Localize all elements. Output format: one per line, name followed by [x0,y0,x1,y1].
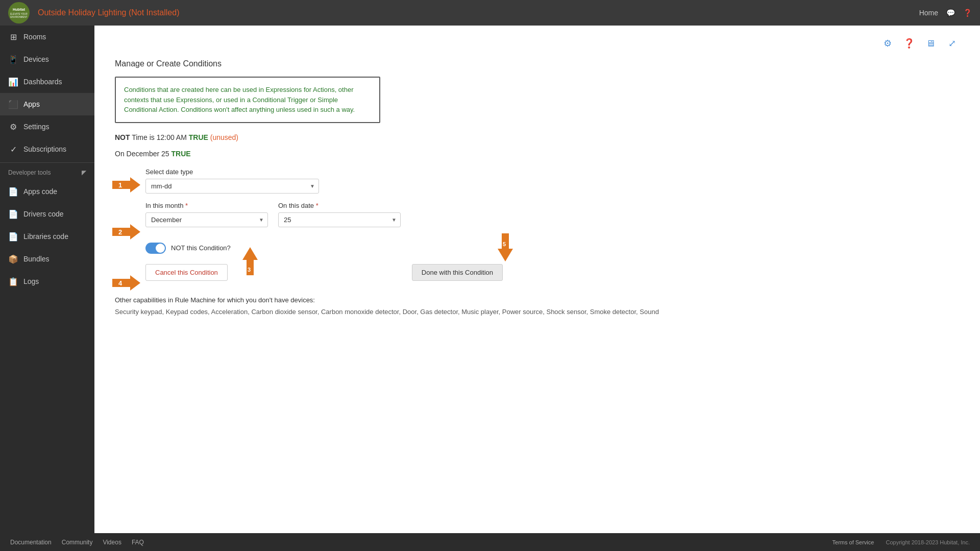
condition-text: Time is 12:00 AM [132,133,187,141]
month-select-wrapper: JanuaryFebruaryMarch AprilMayJune JulyAu… [145,212,268,227]
footer-documentation[interactable]: Documentation [10,539,52,546]
main-layout: ⊞ Rooms 📱 Devices 📊 Dashboards ⬛ Apps ⚙ … [0,26,980,533]
devices-icon: 📱 [8,54,18,64]
sidebar: ⊞ Rooms 📱 Devices 📊 Dashboards ⬛ Apps ⚙ … [0,26,94,533]
help-circle-icon[interactable]: ❓ [901,36,917,51]
libraries-code-icon: 📄 [8,231,18,242]
app-status: (Not Installed) [129,8,180,17]
footer-videos[interactable]: Videos [103,539,121,546]
other-caps-section: Other capabilities in Rule Machine for w… [115,296,960,316]
svg-marker-8 [498,233,513,261]
month-label-text: In this month [145,202,183,209]
app-title-text: Outside Holiday Lighting [38,8,126,17]
arrow-4: 4 [112,275,140,291]
not-condition-row: NOT this Condition? [145,243,960,254]
sidebar-item-bundles[interactable]: 📦 Bundles [0,248,94,270]
monitor-icon[interactable]: 🖥 [923,36,938,51]
sidebar-item-drivers-code[interactable]: 📄 Drivers code [0,203,94,225]
home-link[interactable]: Home [919,9,938,17]
apps-code-icon: 📄 [8,186,18,197]
collapse-icon[interactable]: ◤ [82,169,86,176]
sidebar-item-logs[interactable]: 📋 Logs [0,270,94,293]
apps-icon: ⬛ [8,99,18,109]
sidebar-item-rooms[interactable]: ⊞ Rooms [0,26,94,48]
footer-community[interactable]: Community [62,539,93,546]
settings-icon: ⚙ [8,122,18,132]
sidebar-label-devices: Devices [23,55,49,63]
form-area: 1 Select date type mm-dd Day of week Day… [115,168,960,281]
arrow-5-label: 5 [503,241,506,247]
arrow-1: 1 [112,177,140,193]
other-caps-title: Other capabilities in Rule Machine for w… [115,296,960,304]
sidebar-item-apps[interactable]: ⬛ Apps [0,93,94,115]
sidebar-item-settings[interactable]: ⚙ Settings [0,115,94,138]
dashboards-icon: 📊 [8,77,18,87]
footer-right: Terms of Service Copyright 2018-2023 Hub… [832,539,970,545]
arrow-2: 2 [112,224,140,239]
arrow-1-container: 1 [112,177,140,193]
arrow-2-container: 2 [112,224,140,239]
arrow-3-container: 3 [242,247,258,277]
buttons-row: Cancel this Condition 5 Done with this C… [145,264,503,281]
not-label: NOT [115,133,130,141]
done-condition-button[interactable]: Done with this Condition [412,264,503,281]
day-select[interactable]: 12345 678910 1112131415 1617181920 21222… [278,212,401,227]
sidebar-divider [0,162,94,163]
header-right: Home 💬 ❓ [919,9,972,17]
hubitat-logo: Hubitat ELEVATE YOUR ENVIRONMENT [8,2,30,23]
svg-marker-5 [112,224,140,239]
sidebar-label-apps-code: Apps code [23,187,57,196]
date-type-section: Select date type mm-dd Day of week Day o… [145,168,960,194]
content-top-icons: ⚙ ❓ 🖥 ⤢ [115,36,960,51]
month-label: In this month * [145,202,268,209]
header-left: Hubitat ELEVATE YOUR ENVIRONMENT Outside… [8,2,179,23]
sidebar-label-logs: Logs [23,277,39,285]
sidebar-label-dashboards: Dashboards [23,78,62,86]
footer-terms[interactable]: Terms of Service [832,539,874,545]
subscriptions-icon: ✓ [8,144,18,154]
month-select[interactable]: JanuaryFebruaryMarch AprilMayJune JulyAu… [145,212,268,227]
expand-icon[interactable]: ⤢ [944,36,960,51]
arrow-5-container: 5 [498,233,513,263]
month-date-section: In this month * JanuaryFebruaryMarch Apr… [145,202,960,227]
help-icon[interactable]: ❓ [963,9,972,17]
footer-faq[interactable]: FAQ [132,539,144,546]
condition2-true-label: TRUE [172,150,191,158]
toggle-knob [156,244,165,253]
sidebar-label-subscriptions: Subscriptions [23,145,66,153]
sidebar-label-apps: Apps [23,100,40,108]
arrow-2-label: 2 [118,228,122,236]
info-text: Conditions that are created here can be … [124,85,371,115]
condition-2-display: On December 25 TRUE [115,150,960,158]
sidebar-item-subscriptions[interactable]: ✓ Subscriptions [0,138,94,160]
month-field-group: In this month * JanuaryFebruaryMarch Apr… [145,202,268,227]
day-label-text: On this date [278,202,314,209]
sidebar-item-devices[interactable]: 📱 Devices [0,48,94,70]
not-condition-label: NOT this Condition? [171,244,231,252]
bundles-icon: 📦 [8,254,18,264]
footer-copyright: Copyright 2018-2023 Hubitat, Inc. [886,539,970,545]
drivers-code-icon: 📄 [8,209,18,219]
date-type-select[interactable]: mm-dd Day of week Day of year [145,179,319,194]
content-area: ⚙ ❓ 🖥 ⤢ Manage or Create Conditions Cond… [94,26,980,533]
sidebar-label-rooms: Rooms [23,33,46,41]
sidebar-item-libraries-code[interactable]: 📄 Libraries code [0,225,94,248]
day-field-group: On this date * 12345 678910 1112131415 1… [278,202,401,227]
date-type-wrapper: mm-dd Day of week Day of year [145,179,319,194]
gear-icon[interactable]: ⚙ [880,36,895,51]
sidebar-label-libraries-code: Libraries code [23,232,68,241]
svg-text:ELEVATE YOUR: ELEVATE YOUR [10,13,28,15]
page-title: Manage or Create Conditions [115,59,960,68]
notification-icon[interactable]: 💬 [946,9,955,17]
sidebar-item-apps-code[interactable]: 📄 Apps code [0,180,94,203]
not-condition-toggle[interactable] [145,243,166,254]
footer: Documentation Community Videos FAQ Terms… [0,533,980,551]
condition-true-label: TRUE [189,133,208,141]
sidebar-item-dashboards[interactable]: 📊 Dashboards [0,70,94,93]
rooms-icon: ⊞ [8,32,18,42]
info-box: Conditions that are created here can be … [115,77,380,123]
cancel-condition-button[interactable]: Cancel this Condition [145,264,228,281]
arrow-5: 5 [498,233,513,261]
arrow-3: 3 [242,247,258,275]
svg-marker-4 [112,177,140,193]
